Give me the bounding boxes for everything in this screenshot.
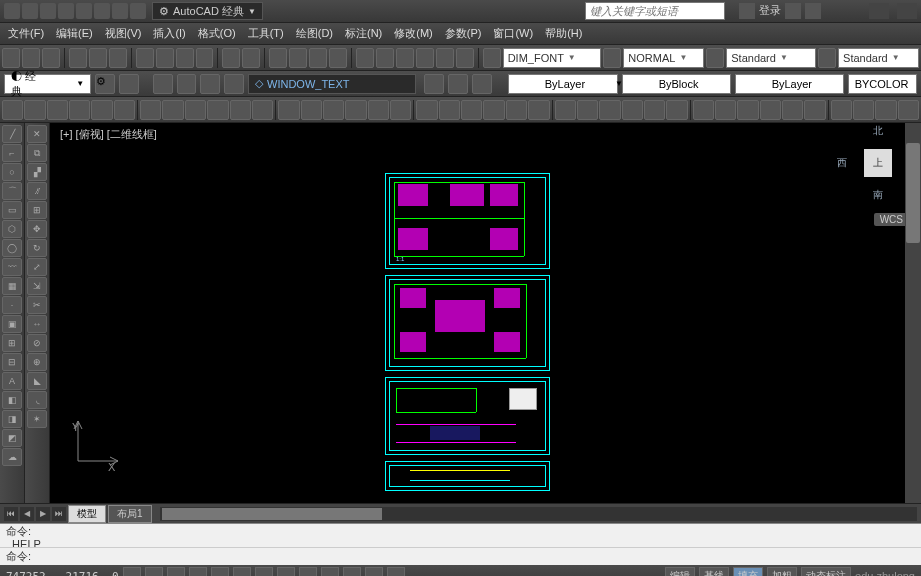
lineweight-dropdown[interactable]: ByBlock — [622, 74, 731, 94]
menu-format[interactable]: 格式(O) — [192, 24, 242, 44]
properties-icon[interactable] — [356, 48, 374, 68]
layer-iso-icon[interactable] — [224, 74, 244, 94]
gradient-icon[interactable]: ◨ — [2, 410, 22, 428]
workspace-select[interactable]: ◐ 经典 ▼ — [4, 74, 91, 94]
mirror-icon[interactable]: ▞ — [27, 163, 47, 181]
tab-layout1[interactable]: 布局1 — [108, 505, 152, 523]
status-edit[interactable]: 编辑 — [665, 567, 695, 576]
tab-model[interactable]: 模型 — [68, 505, 106, 523]
menu-view[interactable]: 视图(V) — [99, 24, 148, 44]
toolbtn-13[interactable] — [301, 100, 322, 120]
chamfer-icon[interactable]: ◣ — [27, 372, 47, 390]
polar-icon[interactable] — [189, 567, 207, 576]
explode-icon[interactable]: ✶ — [27, 410, 47, 428]
mleaderstyle-icon[interactable] — [706, 48, 724, 68]
maximize-button[interactable] — [897, 3, 917, 19]
qp-icon[interactable] — [343, 567, 361, 576]
copy-icon[interactable] — [156, 48, 174, 68]
toolbtn-26[interactable] — [599, 100, 620, 120]
toolbtn-29[interactable] — [666, 100, 687, 120]
toolbtn-21[interactable] — [483, 100, 504, 120]
login-button[interactable]: 登录 — [759, 3, 781, 19]
menu-insert[interactable]: 插入(I) — [147, 24, 191, 44]
snap-icon[interactable] — [123, 567, 141, 576]
menu-dimension[interactable]: 标注(N) — [339, 24, 388, 44]
toolbtn-38[interactable] — [875, 100, 896, 120]
toolbtn-35[interactable] — [804, 100, 825, 120]
plotstyle-dropdown[interactable]: BYCOLOR — [848, 74, 917, 94]
grid-icon[interactable] — [145, 567, 163, 576]
stretch-icon[interactable]: ⇲ — [27, 277, 47, 295]
help-icon[interactable] — [805, 3, 821, 19]
arc-icon[interactable]: ⌒ — [2, 182, 22, 200]
toolbtn-39[interactable] — [898, 100, 919, 120]
layer-dropdown[interactable]: ◇WINDOW_TEXT — [248, 74, 416, 94]
layerprev-icon[interactable] — [472, 74, 492, 94]
layer-off-icon[interactable] — [200, 74, 220, 94]
toolbtn-14[interactable] — [323, 100, 344, 120]
pline-icon[interactable]: ⌐ — [2, 144, 22, 162]
pan-icon[interactable] — [269, 48, 287, 68]
exchange-icon[interactable] — [785, 3, 801, 19]
save-doc-icon[interactable] — [42, 48, 60, 68]
break-icon[interactable]: ⊘ — [27, 334, 47, 352]
menu-tools[interactable]: 工具(T) — [242, 24, 290, 44]
toolbtn-24[interactable] — [555, 100, 576, 120]
textstyle-dropdown[interactable]: Standard ▼ — [838, 48, 919, 68]
toolbtn-6[interactable] — [140, 100, 161, 120]
textstyle-icon[interactable] — [818, 48, 836, 68]
dimstyle-icon[interactable] — [483, 48, 501, 68]
fillet-icon[interactable]: ◟ — [27, 391, 47, 409]
tab-prev-icon[interactable]: ◀ — [20, 507, 34, 521]
ellipse-icon[interactable]: ◯ — [2, 239, 22, 257]
viewcube-south[interactable]: 南 — [873, 188, 883, 202]
scale-icon[interactable]: ⤢ — [27, 258, 47, 276]
toolbtn-31[interactable] — [715, 100, 736, 120]
toolbtn-17[interactable] — [390, 100, 411, 120]
markup-icon[interactable] — [436, 48, 454, 68]
hatch-icon[interactable]: ▦ — [2, 277, 22, 295]
matchprop-icon[interactable] — [196, 48, 214, 68]
copy2-icon[interactable]: ⧉ — [27, 144, 47, 162]
move-icon[interactable]: ✥ — [27, 220, 47, 238]
calc-icon[interactable] — [456, 48, 474, 68]
command-prompt[interactable]: 命令: — [0, 547, 921, 565]
extend-icon[interactable]: ↔ — [27, 315, 47, 333]
toolbtn-0[interactable] — [2, 100, 23, 120]
layer-lock-icon[interactable] — [177, 74, 197, 94]
tablestyle-dropdown[interactable]: NORMAL ▼ — [623, 48, 704, 68]
rotate-icon[interactable]: ↻ — [27, 239, 47, 257]
toolbtn-1[interactable] — [24, 100, 45, 120]
drawing-viewport[interactable]: [+] [俯视] [二维线框] 1:1 — [50, 123, 921, 503]
cut-icon[interactable] — [136, 48, 154, 68]
toolbtn-19[interactable] — [439, 100, 460, 120]
view-cube[interactable]: 北 南 东 西 上 — [843, 128, 913, 198]
layerstate-icon[interactable] — [424, 74, 444, 94]
ws-settings-icon[interactable]: ⚙ — [95, 74, 115, 94]
toolbtn-5[interactable] — [114, 100, 135, 120]
tablestyle-icon[interactable] — [603, 48, 621, 68]
osnap-icon[interactable] — [211, 567, 229, 576]
toolpalette-icon[interactable] — [396, 48, 414, 68]
otrack-icon[interactable] — [233, 567, 251, 576]
boundary-icon[interactable]: ◩ — [2, 429, 22, 447]
line-icon[interactable]: ╱ — [2, 125, 22, 143]
revcloud-icon[interactable]: ☁ — [2, 448, 22, 466]
print-icon[interactable] — [69, 48, 87, 68]
ws-save-icon[interactable] — [119, 74, 139, 94]
toolbtn-12[interactable] — [278, 100, 299, 120]
model-icon[interactable] — [387, 567, 405, 576]
toolbtn-10[interactable] — [230, 100, 251, 120]
undo2-icon[interactable] — [222, 48, 240, 68]
toolbtn-18[interactable] — [416, 100, 437, 120]
user-icon[interactable] — [739, 3, 755, 19]
workspace-dropdown[interactable]: ⚙ AutoCAD 经典 ▼ — [152, 2, 263, 20]
open-icon[interactable] — [40, 3, 56, 19]
insert-icon[interactable]: ⊞ — [2, 334, 22, 352]
block-icon[interactable]: ▣ — [2, 315, 22, 333]
lwt-icon[interactable] — [299, 567, 317, 576]
tab-next-icon[interactable]: ▶ — [36, 507, 50, 521]
preview-icon[interactable] — [89, 48, 107, 68]
sc-icon[interactable] — [365, 567, 383, 576]
status-dyndim[interactable]: 动态标注 — [801, 567, 851, 576]
